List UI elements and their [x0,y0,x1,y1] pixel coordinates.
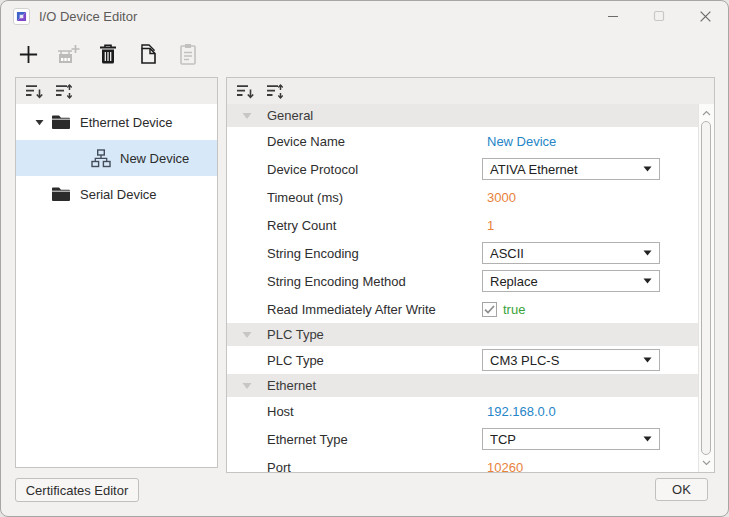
property-row-device-name: Device NameNew Device [227,127,698,155]
tree-item-new-device[interactable]: New Device [16,140,217,176]
property-value: Replace [482,270,666,292]
property-value: TCP [482,428,666,450]
tree-expander-icon[interactable] [32,119,46,126]
copy-icon [138,43,159,65]
app-logo-icon [13,8,30,25]
property-label: String Encoding [267,246,359,261]
property-value: true [482,302,666,317]
add-device-button [53,39,83,69]
property-row-string-encoding: String EncodingASCII [227,239,698,267]
property-row-port: Port10260 [227,453,698,472]
property-value: ASCII [482,242,666,264]
paste-icon [179,43,197,65]
property-label: Retry Count [267,218,336,233]
tree-item-label: Ethernet Device [80,115,173,130]
property-label: Read Immediately After Write [267,302,436,317]
checkbox-read-immediately-after-write[interactable] [482,302,497,317]
window-controls [590,1,728,31]
value-text[interactable]: 10260 [482,460,523,473]
add-button[interactable] [13,39,43,69]
dropdown-selected-value: ATIVA Ethernet [490,162,578,177]
section-expander-icon[interactable] [240,331,254,339]
dropdown-arrow-icon [643,278,652,284]
expand-all-button[interactable] [54,81,74,101]
property-panel: GeneralDevice NameNew DeviceDevice Proto… [226,77,715,473]
property-row-host: Host192.168.0.0 [227,397,698,425]
value-text[interactable]: 1 [482,218,494,233]
dropdown-selected-value: ASCII [490,246,524,261]
collapse-all-button[interactable] [24,81,44,101]
vertical-scrollbar[interactable] [698,104,714,472]
copy-button[interactable] [133,39,163,69]
property-row-device-protocol: Device ProtocolATIVA Ethernet [227,155,698,183]
collapse-all-button[interactable] [235,81,255,101]
property-value: CM3 PLC-S [482,349,666,371]
dropdown-plc-type[interactable]: CM3 PLC-S [482,349,660,371]
collapse-all-icon [25,84,43,99]
delete-button[interactable] [93,39,123,69]
tree-item-label: New Device [120,151,189,166]
value-text[interactable]: New Device [482,134,556,149]
property-row-string-encoding-method: String Encoding MethodReplace [227,267,698,295]
section-header-ethernet[interactable]: Ethernet [227,374,698,397]
value-text[interactable]: 3000 [482,190,516,205]
property-value: 3000 [482,190,666,205]
dropdown-arrow-icon [643,357,652,363]
tree-panel-toolbar [16,78,217,104]
property-label: Ethernet Type [267,432,348,447]
main-toolbar [13,39,203,69]
section-header-plc-type[interactable]: PLC Type [227,323,698,346]
expand-all-button[interactable] [265,81,285,101]
property-label: Port [267,460,291,473]
section-header-general[interactable]: General [227,104,698,127]
dropdown-ethernet-type[interactable]: TCP [482,428,660,450]
property-value: New Device [482,134,666,149]
property-row-timeout-ms-: Timeout (ms)3000 [227,183,698,211]
dropdown-selected-value: CM3 PLC-S [490,353,559,368]
ok-button[interactable]: OK [655,478,708,501]
section-expander-icon[interactable] [240,112,254,120]
property-value: 192.168.0.0 [482,404,666,419]
maximize-button [636,1,682,31]
folder-icon [50,114,72,130]
scroll-down-icon[interactable] [699,455,714,471]
dropdown-string-encoding[interactable]: ASCII [482,242,660,264]
property-label: Timeout (ms) [267,190,343,205]
dropdown-string-encoding-method[interactable]: Replace [482,270,660,292]
io-device-editor-window: I/O Device Editor Ethernet DeviceNe [0,0,729,517]
property-panel-toolbar [227,78,714,104]
property-label: String Encoding Method [267,274,406,289]
property-row-plc-type: PLC TypeCM3 PLC-S [227,346,698,374]
property-label: Host [267,404,294,419]
tree-item-label: Serial Device [80,187,157,202]
property-label: Device Name [267,134,345,149]
minimize-icon [607,10,619,22]
plus-icon [18,44,39,65]
collapse-all-icon [236,84,254,99]
property-value: 10260 [482,460,666,473]
expand-all-icon [266,84,284,99]
tree-item-serial-device[interactable]: Serial Device [16,176,217,212]
paste-button [173,39,203,69]
property-row-retry-count: Retry Count1 [227,211,698,239]
section-title: PLC Type [267,327,324,342]
dropdown-arrow-icon [643,250,652,256]
dropdown-selected-value: Replace [490,274,538,289]
section-expander-icon[interactable] [240,382,254,390]
scrollbar-thumb[interactable] [701,121,711,455]
tree-item-ethernet-device[interactable]: Ethernet Device [16,104,217,140]
dropdown-arrow-icon [643,436,652,442]
dropdown-device-protocol[interactable]: ATIVA Ethernet [482,158,660,180]
device-tree-panel: Ethernet DeviceNew DeviceSerial Device [15,77,218,468]
minimize-button[interactable] [590,1,636,31]
window-title: I/O Device Editor [39,9,137,24]
certificates-editor-button[interactable]: Certificates Editor [15,478,139,502]
titlebar: I/O Device Editor [1,1,728,31]
scroll-up-icon[interactable] [699,105,714,121]
property-row-read-immediately-after-write: Read Immediately After Writetrue [227,295,698,323]
property-grid: GeneralDevice NameNew DeviceDevice Proto… [227,104,698,472]
maximize-icon [653,10,665,22]
value-text[interactable]: 192.168.0.0 [482,404,556,419]
close-button[interactable] [682,1,728,31]
checkbox-value-text: true [503,302,525,317]
